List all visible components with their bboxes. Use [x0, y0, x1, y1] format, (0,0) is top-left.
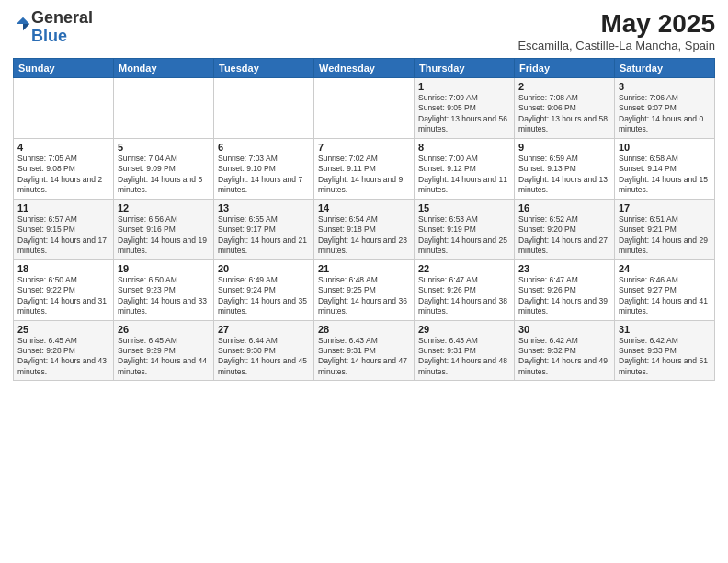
day-info: Sunrise: 7:08 AM Sunset: 9:06 PM Dayligh…: [518, 93, 610, 135]
day-number: 12: [118, 202, 210, 213]
calendar-week-2: 4Sunrise: 7:05 AM Sunset: 9:08 PM Daylig…: [14, 138, 715, 199]
calendar: SundayMondayTuesdayWednesdayThursdayFrid…: [13, 58, 715, 381]
day-number: 20: [218, 263, 310, 274]
calendar-week-3: 11Sunrise: 6:57 AM Sunset: 9:15 PM Dayli…: [14, 199, 715, 259]
day-number: 24: [619, 263, 711, 274]
day-info: Sunrise: 6:48 AM Sunset: 9:25 PM Dayligh…: [318, 275, 410, 317]
calendar-cell: [14, 78, 114, 139]
calendar-cell: 3Sunrise: 7:06 AM Sunset: 9:07 PM Daylig…: [615, 78, 715, 139]
day-info: Sunrise: 6:50 AM Sunset: 9:23 PM Dayligh…: [118, 275, 210, 317]
svg-marker-0: [17, 17, 29, 24]
calendar-cell: 9Sunrise: 6:59 AM Sunset: 9:13 PM Daylig…: [515, 138, 615, 199]
day-number: 23: [518, 263, 610, 274]
calendar-cell: [214, 78, 314, 139]
calendar-cell: 5Sunrise: 7:04 AM Sunset: 9:09 PM Daylig…: [114, 138, 214, 199]
calendar-cell: 17Sunrise: 6:51 AM Sunset: 9:21 PM Dayli…: [615, 199, 715, 259]
calendar-cell: 27Sunrise: 6:44 AM Sunset: 9:30 PM Dayli…: [214, 320, 314, 381]
calendar-cell: 8Sunrise: 7:00 AM Sunset: 9:12 PM Daylig…: [415, 138, 515, 199]
day-number: 17: [619, 202, 711, 213]
title-month: May 2025: [518, 9, 715, 39]
day-number: 27: [218, 324, 310, 335]
day-number: 29: [418, 324, 510, 335]
day-info: Sunrise: 6:44 AM Sunset: 9:30 PM Dayligh…: [218, 336, 310, 378]
day-number: 25: [17, 324, 109, 335]
day-number: 10: [619, 142, 711, 153]
day-info: Sunrise: 7:09 AM Sunset: 9:05 PM Dayligh…: [418, 93, 510, 135]
calendar-cell: 21Sunrise: 6:48 AM Sunset: 9:25 PM Dayli…: [314, 259, 415, 320]
day-info: Sunrise: 6:43 AM Sunset: 9:31 PM Dayligh…: [418, 336, 510, 378]
day-number: 2: [518, 81, 610, 92]
day-number: 3: [619, 81, 711, 92]
day-number: 30: [518, 324, 610, 335]
weekday-header-friday: Friday: [515, 59, 615, 78]
day-number: 26: [118, 324, 210, 335]
logo-general-text: General: [31, 8, 93, 27]
day-info: Sunrise: 7:04 AM Sunset: 9:09 PM Dayligh…: [118, 154, 210, 196]
calendar-cell: 19Sunrise: 6:50 AM Sunset: 9:23 PM Dayli…: [114, 259, 214, 320]
day-number: 31: [619, 324, 711, 335]
title-location: Escamilla, Castille-La Mancha, Spain: [518, 39, 715, 52]
day-number: 14: [318, 202, 410, 213]
day-info: Sunrise: 6:53 AM Sunset: 9:19 PM Dayligh…: [418, 214, 510, 257]
day-number: 21: [318, 263, 410, 274]
calendar-cell: 2Sunrise: 7:08 AM Sunset: 9:06 PM Daylig…: [515, 78, 615, 139]
weekday-header-monday: Monday: [114, 59, 214, 78]
page: General Blue May 2025 Escamilla, Castill…: [0, 0, 728, 563]
calendar-cell: 20Sunrise: 6:49 AM Sunset: 9:24 PM Dayli…: [214, 259, 314, 320]
header: General Blue May 2025 Escamilla, Castill…: [13, 9, 715, 52]
calendar-cell: 31Sunrise: 6:42 AM Sunset: 9:33 PM Dayli…: [615, 320, 715, 381]
calendar-cell: 29Sunrise: 6:43 AM Sunset: 9:31 PM Dayli…: [415, 320, 515, 381]
calendar-cell: 25Sunrise: 6:45 AM Sunset: 9:28 PM Dayli…: [14, 320, 114, 381]
day-info: Sunrise: 6:52 AM Sunset: 9:20 PM Dayligh…: [518, 214, 610, 257]
calendar-cell: 14Sunrise: 6:54 AM Sunset: 9:18 PM Dayli…: [314, 199, 415, 259]
day-number: 5: [118, 142, 210, 153]
day-number: 19: [118, 263, 210, 274]
calendar-cell: 7Sunrise: 7:02 AM Sunset: 9:11 PM Daylig…: [314, 138, 415, 199]
day-info: Sunrise: 6:45 AM Sunset: 9:28 PM Dayligh…: [17, 336, 109, 378]
calendar-cell: 24Sunrise: 6:46 AM Sunset: 9:27 PM Dayli…: [615, 259, 715, 320]
weekday-header-tuesday: Tuesday: [214, 59, 314, 78]
day-number: 28: [318, 324, 410, 335]
logo-icon: [15, 16, 31, 32]
day-info: Sunrise: 6:46 AM Sunset: 9:27 PM Dayligh…: [619, 275, 711, 317]
calendar-week-4: 18Sunrise: 6:50 AM Sunset: 9:22 PM Dayli…: [14, 259, 715, 320]
day-info: Sunrise: 6:45 AM Sunset: 9:29 PM Dayligh…: [118, 336, 210, 378]
day-number: 16: [518, 202, 610, 213]
day-info: Sunrise: 6:42 AM Sunset: 9:32 PM Dayligh…: [518, 336, 610, 378]
calendar-cell: [314, 78, 415, 139]
day-number: 6: [218, 142, 310, 153]
calendar-cell: 18Sunrise: 6:50 AM Sunset: 9:22 PM Dayli…: [14, 259, 114, 320]
calendar-cell: 10Sunrise: 6:58 AM Sunset: 9:14 PM Dayli…: [615, 138, 715, 199]
calendar-week-5: 25Sunrise: 6:45 AM Sunset: 9:28 PM Dayli…: [14, 320, 715, 381]
day-info: Sunrise: 6:57 AM Sunset: 9:15 PM Dayligh…: [17, 214, 109, 257]
calendar-cell: 6Sunrise: 7:03 AM Sunset: 9:10 PM Daylig…: [214, 138, 314, 199]
day-number: 22: [418, 263, 510, 274]
title-block: May 2025 Escamilla, Castille-La Mancha, …: [518, 9, 715, 52]
day-info: Sunrise: 6:54 AM Sunset: 9:18 PM Dayligh…: [318, 214, 410, 257]
calendar-cell: 22Sunrise: 6:47 AM Sunset: 9:26 PM Dayli…: [415, 259, 515, 320]
logo: General Blue: [13, 9, 93, 46]
weekday-header-sunday: Sunday: [14, 59, 114, 78]
calendar-cell: 1Sunrise: 7:09 AM Sunset: 9:05 PM Daylig…: [415, 78, 515, 139]
day-info: Sunrise: 7:00 AM Sunset: 9:12 PM Dayligh…: [418, 154, 510, 196]
svg-marker-1: [23, 24, 29, 30]
day-number: 15: [418, 202, 510, 213]
day-number: 9: [518, 142, 610, 153]
day-info: Sunrise: 6:50 AM Sunset: 9:22 PM Dayligh…: [17, 275, 109, 317]
day-number: 18: [17, 263, 109, 274]
day-info: Sunrise: 6:58 AM Sunset: 9:14 PM Dayligh…: [619, 154, 711, 196]
calendar-cell: 26Sunrise: 6:45 AM Sunset: 9:29 PM Dayli…: [114, 320, 214, 381]
day-number: 7: [318, 142, 410, 153]
calendar-header-row: SundayMondayTuesdayWednesdayThursdayFrid…: [14, 59, 715, 78]
calendar-cell: 30Sunrise: 6:42 AM Sunset: 9:32 PM Dayli…: [515, 320, 615, 381]
calendar-cell: 23Sunrise: 6:47 AM Sunset: 9:26 PM Dayli…: [515, 259, 615, 320]
logo-blue-text: Blue: [31, 27, 67, 45]
day-info: Sunrise: 6:47 AM Sunset: 9:26 PM Dayligh…: [418, 275, 510, 317]
day-number: 8: [418, 142, 510, 153]
calendar-cell: 16Sunrise: 6:52 AM Sunset: 9:20 PM Dayli…: [515, 199, 615, 259]
day-number: 11: [17, 202, 109, 213]
day-info: Sunrise: 6:51 AM Sunset: 9:21 PM Dayligh…: [619, 214, 711, 257]
day-info: Sunrise: 6:56 AM Sunset: 9:16 PM Dayligh…: [118, 214, 210, 257]
calendar-cell: [114, 78, 214, 139]
weekday-header-wednesday: Wednesday: [314, 59, 415, 78]
